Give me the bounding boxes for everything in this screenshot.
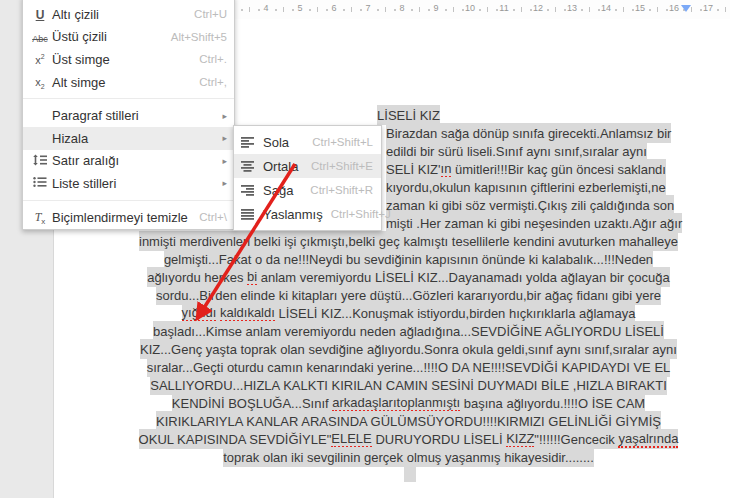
format-menu-popup: UAltı çiziliCtrl+UAbcÜstü çiziliAlt+Shif… bbox=[22, 0, 235, 230]
document-line[interactable]: gelmişti...Fakat o da ne!!!Neydi bu sevd… bbox=[91, 250, 726, 268]
document-line[interactable]: sıralar...Geçti oturdu camın kenarındaki… bbox=[91, 358, 726, 376]
text-segment: sıralar...Geçti oturdu camın kenarındaki… bbox=[147, 359, 671, 374]
menu-item-paragraph-styles[interactable]: Paragraf stilleri▸ bbox=[23, 104, 234, 127]
menu-separator bbox=[23, 98, 234, 99]
ruler-number: 17 bbox=[703, 3, 713, 13]
ruler-tick bbox=[309, 9, 311, 11]
menu-item-superscript[interactable]: x2Üst simgeCtrl+. bbox=[23, 48, 234, 71]
submenu-item-align-center[interactable]: OrtalaCtrl+Shift+E bbox=[234, 154, 381, 178]
submenu-item-shortcut: Ctrl+Shift+L bbox=[312, 136, 373, 148]
document-line[interactable]: kıyordu,okulun kapısının çiftlerini ezbe… bbox=[386, 178, 666, 196]
text-segment: ağlıyordu herkes bbox=[147, 269, 247, 284]
menu-item-list-styles[interactable]: Liste stilleri▸ bbox=[23, 172, 234, 195]
text-segment: başladı...Kimse anlam veremiyordu neden … bbox=[153, 323, 664, 338]
ruler-tick bbox=[479, 9, 481, 11]
document-line[interactable]: OKUL KAPISINDA SEVDİĞİYLE"ELELE DURUYORD… bbox=[91, 430, 726, 448]
ruler-tick bbox=[555, 7, 556, 12]
text-segment: inmişti merdivenleri belki işi çıkmıştı,… bbox=[139, 233, 678, 248]
document-line[interactable]: mişti .Her zaman ki gibi neşesinden uzak… bbox=[386, 214, 682, 232]
text-segment: gelmişti...Fakat o da ne!!!Neydi bu sevd… bbox=[164, 251, 653, 266]
menu-item-align[interactable]: Hizala▸ bbox=[23, 127, 234, 150]
selected-text: LİSELİ KIZ bbox=[377, 105, 440, 125]
submenu-item-label: Sağa bbox=[263, 183, 302, 198]
ruler-number: 11 bbox=[499, 3, 508, 13]
ruler-number: 14 bbox=[601, 3, 611, 13]
align-right-icon bbox=[241, 184, 263, 196]
menu-item-strikethrough[interactable]: AbcÜstü çiziliAlt+Shift+5 bbox=[23, 26, 234, 49]
text-segment: DURUYORDU LİSELİ bbox=[372, 431, 506, 446]
ruler-tick bbox=[589, 7, 590, 12]
ruler-number: 8 bbox=[399, 3, 404, 13]
selected-text: zaman ki gibi söz vermişti.Çıkış zili ça… bbox=[386, 195, 674, 215]
text-segment: SELİ KIZ' bbox=[386, 161, 441, 176]
indent-marker-icon[interactable] bbox=[681, 5, 691, 12]
selected-text: Birazdan sağa dönüp sınıfa girecekti.Anl… bbox=[386, 123, 671, 143]
selected-text: inmişti merdivenleri belki işi çıkmıştı,… bbox=[139, 231, 678, 251]
menu-item-label: Altı çizili bbox=[52, 7, 186, 22]
ruler-number: 4 bbox=[263, 3, 268, 13]
menu-item-line-spacing[interactable]: Satır aralığı▸ bbox=[23, 150, 234, 173]
text-segment: toprak olan iki sevgilinin gerçek olmuş … bbox=[223, 449, 594, 464]
text-segment: LİSELİ KIZ bbox=[377, 107, 440, 122]
document-line[interactable]: Birazdan sağa dönüp sınıfa girecekti.Anl… bbox=[386, 124, 671, 142]
selected-text: toprak olan iki sevgilinin gerçek olmuş … bbox=[223, 447, 594, 467]
ruler-tick bbox=[317, 7, 318, 12]
ruler-tick bbox=[258, 9, 260, 11]
misspelled-word: kaldıkaldı bbox=[220, 305, 275, 322]
menu-item-label: Hizala bbox=[52, 131, 211, 146]
document-line[interactable]: SALLIYORDU...HIZLA KALKTI KIRILAN CAMIN … bbox=[91, 376, 726, 394]
document-line[interactable]: ağlıyordu herkes bi anlam veremiyordu Lİ… bbox=[91, 268, 726, 286]
text-segment: mişti .Her zaman ki gibi neşesinden uzak… bbox=[386, 215, 682, 230]
submenu-item-align-left[interactable]: SolaCtrl+Shift+L bbox=[234, 130, 381, 154]
list-styles-icon bbox=[28, 175, 52, 191]
selected-text: sıralar...Geçti oturdu camın kenarındaki… bbox=[147, 357, 671, 377]
subscript-icon: x2 bbox=[28, 73, 52, 90]
submenu-item-align-justify[interactable]: YaslanmışCtrl+Shift+J bbox=[234, 202, 381, 226]
document-line[interactable]: KENDİNİ BOŞLUĞA...Sınıf arkadaşlarıtopla… bbox=[91, 394, 726, 412]
ruler-number: 9 bbox=[433, 3, 438, 13]
misspelled-word: ın bbox=[441, 161, 452, 178]
misspelled-word: bi bbox=[247, 269, 257, 286]
menu-item-clear-formatting[interactable]: TxBiçimlendirmeyi temizleCtrl+\ bbox=[23, 206, 234, 229]
ruler-tick bbox=[717, 9, 719, 11]
menu-separator bbox=[23, 200, 234, 201]
ruler-tick bbox=[343, 9, 345, 11]
document-line[interactable]: KIZ...Genç yaşta toprak olan sevdiğine a… bbox=[91, 340, 726, 358]
document-line[interactable]: KIRIKLARIYLA KANLAR ARASINDA GÜLÜMSÜYORD… bbox=[91, 412, 726, 430]
clear-formatting-icon: Tx bbox=[28, 208, 52, 226]
ruler-tick bbox=[598, 9, 600, 11]
misspelled-word: ELELE bbox=[331, 431, 371, 448]
ruler-number: 7 bbox=[365, 3, 370, 13]
ruler-tick bbox=[326, 9, 328, 11]
document-line[interactable]: inmişti merdivenleri belki işi çıkmıştı,… bbox=[91, 232, 726, 250]
submenu-item-align-right[interactable]: SağaCtrl+Shift+R bbox=[234, 178, 381, 202]
document-line[interactable]: SELİ KIZ'ın ümitleri!!!Bir kaç gün önces… bbox=[386, 160, 666, 178]
ruler-number: 10 bbox=[465, 3, 475, 13]
document-line[interactable]: toprak olan iki sevgilinin gerçek olmuş … bbox=[91, 448, 726, 466]
submenu-item-label: Ortala bbox=[263, 159, 303, 174]
selected-text: SALLIYORDU...HIZLA KALKTI KIRILAN CAMIN … bbox=[150, 375, 667, 395]
text-segment: OKUL KAPISINDA SEVDİĞİYLE" bbox=[139, 431, 332, 446]
ruler-tick bbox=[581, 9, 583, 11]
menu-item-label: Liste stilleri bbox=[52, 176, 211, 191]
text-segment: kıyordu,okulun kapısının çiftlerini ezbe… bbox=[386, 179, 666, 194]
text-segment: zaman ki gibi söz vermişti.Çıkış zili ça… bbox=[386, 197, 674, 212]
menu-item-subscript[interactable]: x2Alt simgeCtrl+, bbox=[23, 71, 234, 94]
ruler-number: 5 bbox=[297, 3, 302, 13]
document-line[interactable]: sordu...Birden elinde ki kitapları yere … bbox=[91, 286, 726, 304]
document-line[interactable]: zaman ki gibi söz vermişti.Çıkış zili ça… bbox=[386, 196, 674, 214]
menu-item-underline[interactable]: UAltı çiziliCtrl+U bbox=[23, 3, 234, 26]
ruler-tick bbox=[377, 9, 379, 11]
ruler-tick bbox=[691, 7, 692, 12]
ruler-tick bbox=[649, 9, 651, 11]
misspelled-word: yığıldı bbox=[182, 305, 217, 322]
menu-item-shortcut: Ctrl+, bbox=[199, 76, 227, 88]
ruler-tick bbox=[725, 7, 726, 12]
document-line[interactable]: yığıldı kaldıkaldı LİSELİ KIZ...Konuşmak… bbox=[91, 304, 726, 322]
menu-item-shortcut: Alt+Shift+5 bbox=[171, 31, 227, 43]
document-line[interactable]: başladı...Kimse anlam veremiyordu neden … bbox=[91, 322, 726, 340]
submenu-item-shortcut: Ctrl+Shift+E bbox=[311, 160, 373, 172]
menu-item-shortcut: Ctrl+. bbox=[199, 53, 227, 65]
misspelled-word: yaşalrında bbox=[618, 431, 678, 448]
document-line[interactable]: edildi bir sürü liseli.Sınıf aynı sınıf,… bbox=[386, 142, 647, 160]
